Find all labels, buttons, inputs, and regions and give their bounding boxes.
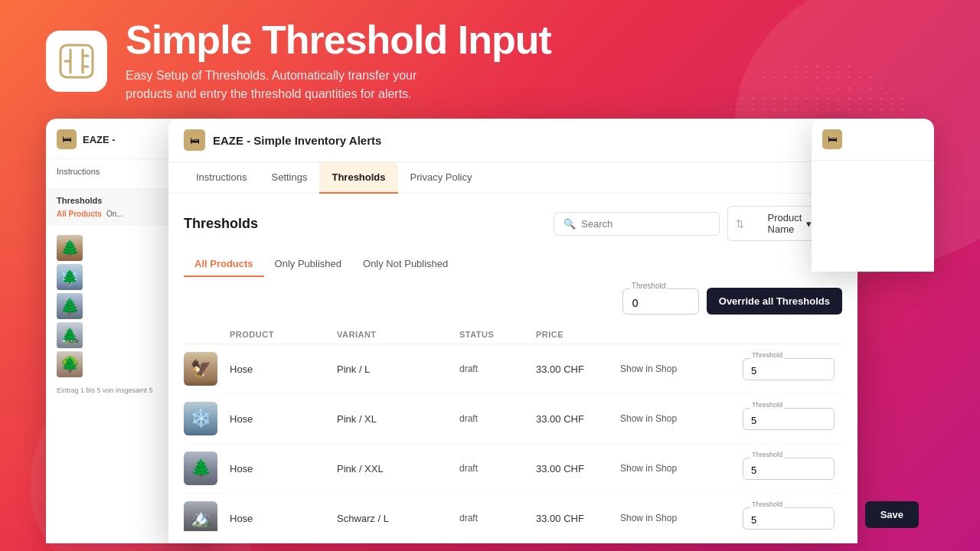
right-card: 🛏	[812, 119, 934, 272]
product-thumbnail: 🌳	[57, 351, 83, 377]
product-thumbnail: 🦅	[184, 352, 217, 386]
shop-status: Show in Shop	[620, 513, 743, 523]
col-variant: VARIANT	[337, 330, 459, 339]
threshold-label: Threshold	[750, 401, 784, 409]
filter-only-published[interactable]: Only Published	[264, 252, 352, 277]
thresholds-title: Thresholds	[184, 216, 258, 232]
variant-name: Pink / XL	[337, 413, 459, 425]
filter-tabs: All Products Only Published Only Not Pub…	[184, 252, 842, 277]
hero-logo	[46, 31, 107, 92]
cards-container: 🛏 EAZE - Instructions Thresholds All Pro…	[46, 119, 934, 543]
product-thumbnail: 🌲	[184, 452, 217, 485]
product-image-cell: ❄️	[184, 402, 230, 435]
bg-title: EAZE -	[83, 134, 116, 145]
col-product: PRODUCT	[230, 330, 337, 339]
sort-icon: ⇅	[736, 218, 763, 230]
global-threshold-label: Threshold	[630, 282, 667, 290]
table-header: PRODUCT VARIANT STATUS PRICE	[184, 325, 842, 344]
global-threshold-wrapper: Threshold	[622, 289, 699, 315]
tab-privacy[interactable]: Privacy Policy	[398, 162, 485, 194]
hero-section: Simple Threshold Input Easy Setup of Thr…	[0, 0, 980, 116]
thresholds-header: Thresholds 🔍 ⇅ Product Name ▾	[184, 206, 842, 241]
threshold-input[interactable]	[743, 458, 835, 480]
product-image-cell: 🦅	[184, 352, 230, 386]
table-row: ❄️ Hose Pink / XL draft 33.00 CHF Show i…	[184, 394, 842, 444]
product-name: Hose	[230, 364, 337, 375]
product-price: 33.00 CHF	[536, 413, 620, 425]
product-status: draft	[459, 413, 536, 424]
threshold-cell: Threshold	[743, 507, 842, 530]
threshold-input[interactable]	[743, 408, 835, 430]
threshold-label: Threshold	[750, 351, 784, 359]
tab-settings[interactable]: Settings	[259, 162, 319, 194]
nav-tabs: Instructions Settings Thresholds Privacy…	[168, 162, 858, 194]
variant-name: Schwarz / L	[337, 513, 459, 524]
variant-name: Pink / L	[337, 364, 459, 375]
right-card-logo: 🛏	[822, 129, 842, 149]
product-status: draft	[459, 364, 536, 374]
product-thumbnail: 🌲	[57, 293, 83, 319]
hero-text: Simple Threshold Input Easy Setup of Thr…	[126, 18, 551, 103]
app-header: 🛏 EAZE - Simple Inventory Alerts	[168, 119, 858, 162]
col-shop	[620, 330, 743, 339]
product-status: draft	[459, 463, 536, 474]
table-row: 🌲 Hose Pink / XXL draft 33.00 CHF Show i…	[184, 444, 842, 494]
threshold-cell: Threshold	[743, 358, 842, 380]
product-name: Hose	[230, 513, 337, 524]
save-button[interactable]: Save	[865, 501, 919, 528]
col-threshold	[743, 330, 842, 339]
threshold-input[interactable]	[743, 507, 835, 530]
override-row: Threshold Override all Thresholds	[184, 288, 842, 315]
threshold-input[interactable]	[743, 358, 835, 380]
header-controls: 🔍 ⇅ Product Name ▾	[554, 206, 842, 241]
search-box[interactable]: 🔍	[554, 212, 720, 236]
col-image	[184, 330, 230, 339]
col-price: PRICE	[536, 330, 620, 339]
product-thumbnail: 🌲	[57, 235, 83, 261]
product-thumbnail: 🏔️	[184, 501, 217, 531]
product-thumbnail: ❄️	[57, 264, 83, 290]
override-all-button[interactable]: Override all Thresholds	[707, 288, 842, 315]
table-body: 🦅 Hose Pink / L draft 33.00 CHF Show in …	[184, 344, 842, 531]
filter-only-not-published[interactable]: Only Not Published	[352, 252, 459, 277]
main-card: 🛏 EAZE - Simple Inventory Alerts Instruc…	[168, 119, 858, 543]
product-price: 33.00 CHF	[536, 513, 620, 524]
col-status: STATUS	[459, 330, 536, 339]
shop-status: Show in Shop	[620, 463, 743, 474]
hero-subtitle: Easy Setup of Thresholds. Automatically …	[126, 67, 551, 103]
tab-thresholds[interactable]: Thresholds	[319, 162, 397, 194]
bg-logo: 🛏	[57, 129, 77, 149]
product-image-cell: 🌲	[184, 452, 230, 485]
threshold-cell: Threshold	[743, 458, 842, 480]
product-name: Hose	[230, 413, 337, 425]
product-price: 33.00 CHF	[536, 364, 620, 375]
product-thumbnail: 🏔️	[57, 322, 83, 348]
save-button-container: Save	[865, 501, 919, 528]
shop-status: Show in Shop	[620, 364, 743, 374]
products-table: PRODUCT VARIANT STATUS PRICE 🦅	[184, 325, 842, 531]
product-price: 33.00 CHF	[536, 463, 620, 474]
variant-name: Pink / XXL	[337, 463, 459, 474]
threshold-cell: Threshold	[743, 408, 842, 430]
product-status: draft	[459, 513, 536, 523]
tab-instructions[interactable]: Instructions	[184, 162, 259, 194]
content-area: Thresholds 🔍 ⇅ Product Name ▾ All P	[168, 194, 858, 543]
hero-title: Simple Threshold Input	[126, 18, 551, 62]
product-name: Hose	[230, 463, 337, 474]
sort-label: Product Name	[768, 212, 802, 235]
search-icon: 🔍	[564, 218, 576, 230]
threshold-label: Threshold	[750, 451, 784, 458]
app-logo-icon: 🛏	[184, 129, 205, 151]
global-threshold-input[interactable]	[622, 289, 699, 315]
product-thumbnail: ❄️	[184, 402, 217, 435]
table-row: 🏔️ Hose Schwarz / L draft 33.00 CHF Show…	[184, 494, 842, 531]
filter-all-products[interactable]: All Products	[184, 252, 264, 277]
product-image-cell: 🏔️	[184, 501, 230, 531]
search-input[interactable]	[581, 218, 710, 230]
shop-status: Show in Shop	[620, 413, 743, 424]
app-title: EAZE - Simple Inventory Alerts	[213, 134, 381, 147]
threshold-label: Threshold	[750, 500, 784, 508]
table-row: 🦅 Hose Pink / L draft 33.00 CHF Show in …	[184, 344, 842, 394]
